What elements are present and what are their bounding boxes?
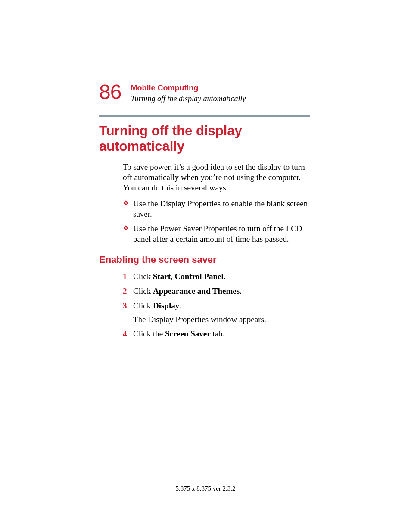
step-number: 2 <box>123 286 127 296</box>
section-heading: Turning off the display automatically <box>99 123 310 154</box>
list-item: Use the Power Saver Properties to turn o… <box>133 224 310 244</box>
list-item: 3 Click Display. The Display Properties … <box>133 301 310 325</box>
list-item: 1 Click Start, Control Panel. <box>133 271 310 282</box>
list-item: Use the Display Properties to enable the… <box>133 199 310 219</box>
list-item: 4 Click the Screen Saver tab. <box>133 329 310 339</box>
header-titles: Mobile Computing Turning off the display… <box>131 82 246 103</box>
step-text-post: . <box>240 286 242 296</box>
document-page: 86 Mobile Computing Turning off the disp… <box>0 0 411 532</box>
step-bold: Display <box>153 301 179 310</box>
chapter-title: Mobile Computing <box>131 84 246 93</box>
step-bold: Appearance and Themes <box>153 286 240 296</box>
step-subtext: The Display Properties window appears. <box>133 314 310 325</box>
step-number: 3 <box>123 301 127 311</box>
step-text-post: . <box>224 272 226 281</box>
numbered-list: 1 Click Start, Control Panel. 2 Click Ap… <box>123 271 310 339</box>
step-text-pre: Click <box>133 286 153 296</box>
divider <box>99 115 310 117</box>
page-header: 86 Mobile Computing Turning off the disp… <box>99 82 310 103</box>
body-content: To save power, it’s a good idea to set t… <box>99 162 310 244</box>
step-number: 4 <box>123 329 127 339</box>
step-text-post: tab. <box>211 329 225 338</box>
section-subtitle: Turning off the display automatically <box>131 94 246 103</box>
step-text-pre: Click the <box>133 329 165 338</box>
step-text-pre: Click <box>133 301 153 310</box>
bullet-list: Use the Display Properties to enable the… <box>123 199 310 244</box>
step-number: 1 <box>123 271 127 282</box>
step-text-mid: , <box>171 272 175 281</box>
intro-paragraph: To save power, it’s a good idea to set t… <box>123 162 310 193</box>
step-bold: Screen Saver <box>165 329 211 338</box>
list-item: 2 Click Appearance and Themes. <box>133 286 310 296</box>
step-text-pre: Click <box>133 272 153 281</box>
steps-block: 1 Click Start, Control Panel. 2 Click Ap… <box>99 271 310 339</box>
sub-heading: Enabling the screen saver <box>99 254 310 265</box>
step-text-post: . <box>179 301 181 310</box>
step-bold: Start <box>153 272 171 281</box>
step-bold: Control Panel <box>175 272 224 281</box>
page-footer: 5.375 x 8.375 ver 2.3.2 <box>0 485 411 492</box>
page-number: 86 <box>99 82 121 103</box>
